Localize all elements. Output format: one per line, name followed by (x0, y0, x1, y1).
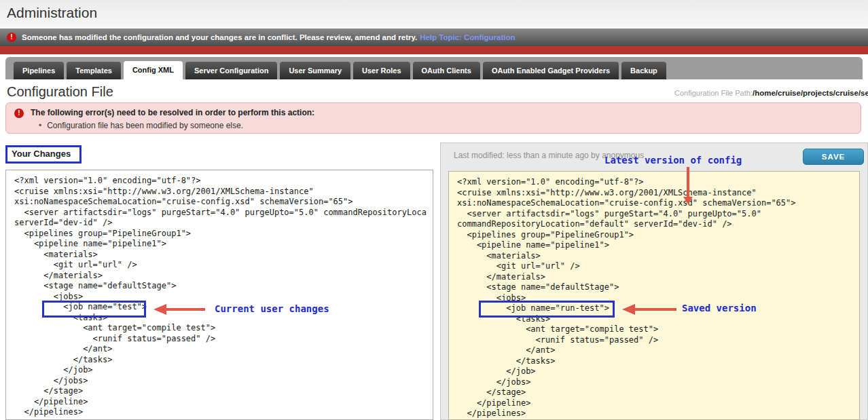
exclamation-icon: ! (14, 109, 24, 118)
annotation-box-job-test (42, 301, 146, 318)
tab-user-roles[interactable]: User Roles (353, 62, 410, 79)
page-title: Administration (7, 5, 97, 21)
annotation-current-user-changes: Current user changes (215, 303, 329, 314)
help-topic-link[interactable]: Help Topic: Configuration (420, 33, 515, 41)
tab-pipelines[interactable]: Pipelines (14, 62, 64, 79)
tab-server-configuration[interactable]: Server Configuration (185, 62, 277, 79)
tab-user-summary[interactable]: User Summary (280, 62, 350, 79)
file-path-label: Configuration File Path: (674, 89, 753, 97)
tab-templates[interactable]: Templates (67, 62, 121, 79)
annotation-box-job-run-test (479, 301, 615, 318)
save-button[interactable]: SAVE (803, 149, 864, 165)
tab-oauth-gadget-providers[interactable]: OAuth Enabled Gadget Providers (483, 62, 619, 79)
conflict-message-text: Someone has modified the configuration a… (22, 33, 417, 41)
error-box-title: The following error(s) need to be resolv… (31, 108, 314, 117)
red-arrow-left-shaft-icon (166, 308, 205, 311)
error-flash-strip (0, 46, 868, 54)
administration-page: Administration ! Someone has modified th… (0, 0, 868, 420)
tab-oauth-clients[interactable]: OAuth Clients (413, 62, 480, 79)
error-item-text: Configuration file has been modified by … (47, 121, 243, 130)
bullet-icon: • (39, 121, 41, 130)
app-header: Administration (0, 0, 868, 27)
red-arrow-left-icon (153, 304, 166, 315)
conflict-message-bar: ! Someone has modified the configuration… (0, 28, 868, 46)
latest-config-xml-view[interactable]: <?xml version="1.0" encoding="utf-8"?> <… (448, 171, 860, 420)
annotation-box-your-changes: Your Changes (5, 145, 82, 164)
error-box: ! The following error(s) need to be reso… (5, 102, 861, 134)
red-arrow-down-icon (687, 167, 689, 197)
your-changes-xml-editor[interactable]: <?xml version="1.0" encoding="utf-8"?> <… (5, 170, 433, 420)
file-path-value: /home/cruise/projects/cruise/serve (753, 89, 868, 97)
admin-tab-strip: Pipelines Templates Config XML Server Co… (5, 57, 863, 79)
annotation-latest-version: Latest version of config (604, 155, 742, 166)
tab-backup[interactable]: Backup (621, 62, 666, 79)
configuration-file-path: Configuration File Path:/home/cruise/pro… (674, 89, 868, 97)
exclamation-icon: ! (7, 33, 16, 42)
red-arrow-left-shaft-icon (634, 308, 676, 311)
your-changes-label: Your Changes (12, 149, 71, 159)
section-title: Configuration File (7, 84, 113, 100)
annotation-saved-version: Saved version (682, 303, 757, 313)
red-arrow-down-head-icon (683, 197, 693, 204)
red-arrow-left-icon (622, 304, 635, 315)
error-box-item: •Configuration file has been modified by… (39, 121, 243, 130)
tab-list: Pipelines Templates Config XML Server Co… (14, 61, 666, 79)
tab-config-xml[interactable]: Config XML (124, 61, 183, 79)
